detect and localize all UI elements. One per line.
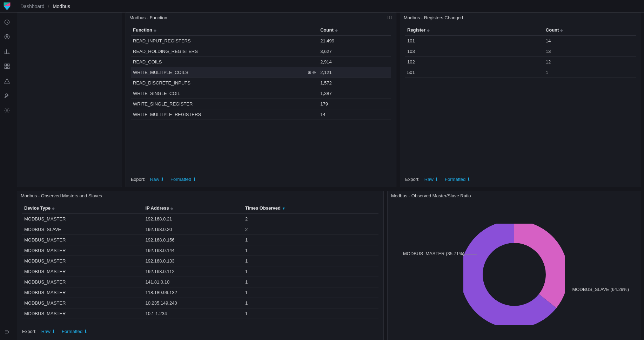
table-row[interactable]: MODBUS_MASTER10.1.1.2341	[22, 308, 378, 319]
table-row[interactable]: MODBUS_SLAVE192.168.0.202	[22, 224, 378, 235]
table-row[interactable]: READ_INPUT_REGISTERS21,499	[131, 36, 391, 46]
zoom-out-icon[interactable]: ⊖	[312, 70, 316, 75]
panel-menu-icon[interactable]: ⁝⁝⁝	[387, 15, 393, 20]
app-logo[interactable]	[0, 0, 14, 13]
panel-empty	[17, 13, 122, 187]
cell-times: 1	[243, 235, 378, 245]
zoom-in-icon[interactable]: ⊕	[308, 70, 311, 75]
export-line: Export: Raw ⬇ Formatted ⬇	[405, 172, 636, 183]
compass-icon[interactable]	[4, 34, 10, 40]
col-times[interactable]: Times Observed	[245, 205, 281, 211]
table-row[interactable]: MODBUS_MASTER141.81.0.101	[22, 277, 378, 287]
chart-label-master: MODBUS_MASTER (35.71%)	[403, 251, 464, 256]
table-row[interactable]: 10313	[405, 46, 636, 57]
cell-ip: 192.168.0.144	[143, 245, 243, 256]
download-icon: ⬇	[84, 329, 88, 334]
table-row[interactable]: READ_COILS2,914	[131, 57, 391, 67]
side-nav	[0, 13, 14, 340]
download-icon: ⬇	[52, 329, 55, 334]
download-icon: ⬇	[160, 177, 164, 182]
pager: 123»	[22, 335, 378, 340]
export-raw-link[interactable]: Raw ⬇	[150, 177, 165, 182]
export-line: Export: Raw ⬇ Formatted ⬇	[22, 324, 378, 335]
panel-title: Modbus - Observed Master/Slave Ratio	[391, 193, 471, 198]
breadcrumb: Dashboard / Modbus	[14, 4, 70, 9]
panel-title: Modbus - Function	[129, 15, 167, 20]
donut-svg	[463, 224, 565, 325]
gear-icon[interactable]	[4, 107, 10, 114]
export-raw-link[interactable]: Raw ⬇	[424, 177, 439, 182]
cell-device: MODBUS_SLAVE	[22, 224, 143, 235]
col-count[interactable]: Count	[320, 27, 334, 33]
sort-desc-icon[interactable]: ▼	[282, 206, 286, 210]
bar-chart-icon[interactable]	[4, 48, 10, 55]
registers-table: Register◆ Count◆ 1011410313102125011	[405, 25, 636, 78]
table-row[interactable]: MODBUS_MASTER192.168.0.1561	[22, 235, 378, 245]
export-raw-link[interactable]: Raw ⬇	[41, 329, 56, 334]
table-row[interactable]: MODBUS_MASTER192.168.0.1121	[22, 266, 378, 277]
cell-device: MODBUS_MASTER	[22, 308, 143, 319]
cell-register: 103	[405, 46, 544, 57]
col-function[interactable]: Function	[133, 27, 152, 33]
sort-icon[interactable]: ◆	[560, 28, 563, 32]
cell-ip: 192.168.0.156	[143, 235, 243, 245]
table-row[interactable]: MODBUS_MASTER192.168.0.212	[22, 214, 378, 224]
download-icon: ⬇	[467, 177, 471, 182]
alert-icon[interactable]	[4, 78, 10, 84]
cell-ip: 192.168.0.20	[143, 224, 243, 235]
function-table: Function◆ Count◆ READ_INPUT_REGISTERS21,…	[131, 25, 391, 120]
table-row[interactable]: MODBUS_MASTER10.235.149.2401	[22, 298, 378, 308]
cell-count: 179	[318, 99, 391, 109]
export-formatted-link[interactable]: Formatted ⬇	[62, 329, 88, 334]
col-register[interactable]: Register	[407, 27, 425, 33]
table-row[interactable]: READ_DISCRETE_INPUTS1,572	[131, 78, 391, 88]
dashboard-icon[interactable]	[4, 63, 10, 69]
table-row[interactable]: READ_HOLDING_REGISTERS3,627	[131, 46, 391, 57]
clock-icon[interactable]	[4, 19, 10, 25]
breadcrumb-parent[interactable]: Dashboard	[20, 4, 45, 9]
col-ip[interactable]: IP Address	[145, 205, 169, 211]
sort-icon[interactable]: ◆	[335, 28, 338, 32]
sort-icon[interactable]: ◆	[427, 28, 430, 32]
cell-ip: 118.189.96.132	[143, 287, 243, 298]
wrench-icon[interactable]	[4, 93, 10, 99]
masters-slaves-table: Device Type◆ IP Address◆ Times Observed▼…	[22, 203, 378, 319]
cell-device: MODBUS_MASTER	[22, 298, 143, 308]
table-row[interactable]: 10114	[405, 36, 636, 46]
export-formatted-link[interactable]: Formatted ⬇	[170, 177, 196, 182]
table-row[interactable]: WRITE_MULTIPLE_REGISTERS14	[131, 109, 391, 120]
donut-slice[interactable]	[514, 232, 557, 301]
table-row[interactable]: MODBUS_MASTER192.168.0.1331	[22, 256, 378, 266]
collapse-icon[interactable]	[4, 329, 10, 335]
table-row[interactable]: WRITE_SINGLE_REGISTER179	[131, 99, 391, 109]
table-row[interactable]: MODBUS_MASTER118.189.96.1321	[22, 287, 378, 298]
table-row[interactable]: MODBUS_MASTER192.168.0.1441	[22, 245, 378, 256]
col-count[interactable]: Count	[546, 27, 559, 33]
cell-count: 1,387	[318, 88, 391, 99]
sort-icon[interactable]: ◆	[52, 206, 55, 210]
cell-times: 1	[243, 266, 378, 277]
cell-device: MODBUS_MASTER	[22, 235, 143, 245]
table-row[interactable]: 10212	[405, 57, 636, 67]
table-row[interactable]: WRITE_SINGLE_COIL1,387	[131, 88, 391, 99]
cell-count: 3,627	[318, 46, 391, 57]
cell-function: READ_INPUT_REGISTERS	[131, 36, 318, 46]
export-label: Export:	[405, 177, 420, 182]
col-device[interactable]: Device Type	[24, 205, 51, 211]
chart-label-slave: MODBUS_SLAVE (64.29%)	[572, 287, 629, 292]
leader-line	[559, 290, 571, 290]
export-formatted-link[interactable]: Formatted ⬇	[445, 177, 471, 182]
panel-function: Modbus - Function ⁝⁝⁝ Function◆ Count◆ R…	[126, 13, 396, 187]
cell-count: 14	[544, 36, 636, 46]
cell-device: MODBUS_MASTER	[22, 287, 143, 298]
cell-device: MODBUS_MASTER	[22, 266, 143, 277]
sort-icon[interactable]: ◆	[170, 206, 173, 210]
svg-point-4	[5, 34, 9, 39]
table-row[interactable]: WRITE_MULTIPLE_COILS⊕⊖2,121	[131, 67, 391, 78]
sort-icon[interactable]: ◆	[154, 28, 156, 32]
cell-ip: 192.168.0.133	[143, 256, 243, 266]
cell-times: 1	[243, 256, 378, 266]
svg-marker-2	[4, 6, 10, 10]
download-icon: ⬇	[193, 177, 196, 182]
table-row[interactable]: 5011	[405, 67, 636, 78]
